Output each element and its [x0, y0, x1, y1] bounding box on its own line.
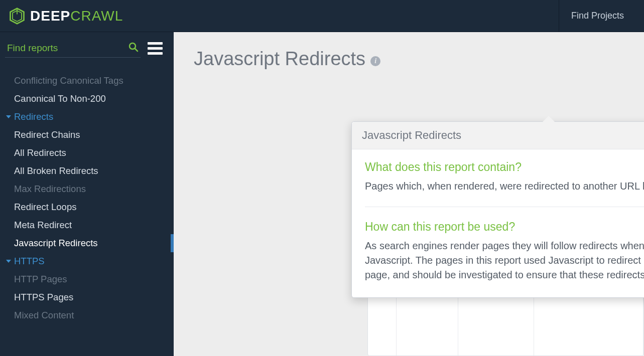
search-icon[interactable]	[128, 42, 139, 54]
logo-text: DEEPCRAWL	[30, 8, 123, 24]
main-content: Javascript Redirects i RIPT REDIRECTS Ja…	[174, 32, 644, 356]
nav-item[interactable]: Canonical To Non-200	[0, 90, 174, 108]
nav-item[interactable]: Max Redirections	[0, 180, 174, 198]
nav-list: Conflicting Canonical TagsCanonical To N…	[0, 64, 174, 324]
nav-group[interactable]: HTTPS	[0, 252, 174, 270]
chevron-down-icon	[6, 260, 11, 263]
find-reports-wrap	[5, 39, 141, 58]
nav-item[interactable]: Javascript Redirects	[0, 234, 174, 252]
nav-item[interactable]: Conflicting Canonical Tags	[0, 72, 174, 90]
sidebar: Conflicting Canonical TagsCanonical To N…	[0, 32, 174, 356]
find-projects-link[interactable]: Find Projects	[571, 11, 624, 21]
answer-use: As search engines render pages they will…	[365, 239, 644, 282]
nav-group[interactable]: Redirects	[0, 108, 174, 126]
nav-item[interactable]: HTTPS Pages	[0, 288, 174, 306]
info-icon[interactable]: i	[370, 56, 380, 66]
nav-group-label: HTTPS	[14, 256, 45, 267]
nav-group-label: Redirects	[14, 111, 53, 122]
svg-line-4	[135, 49, 138, 51]
hamburger-icon[interactable]	[146, 38, 165, 59]
page-title: Javascript Redirects	[194, 48, 365, 70]
header-right: Find Projects	[559, 0, 636, 32]
nav-item[interactable]: HTTP Pages	[0, 270, 174, 288]
nav-item[interactable]: Meta Redirect	[0, 216, 174, 234]
nav-item[interactable]: Redirect Chains	[0, 126, 174, 144]
logo[interactable]: DEEPCRAWL	[8, 7, 123, 25]
nav-item[interactable]: All Redirects	[0, 144, 174, 162]
nav-item[interactable]: Mixed Content	[0, 306, 174, 324]
sidebar-top	[0, 32, 174, 64]
app-header: DEEPCRAWL Find Projects	[0, 0, 644, 32]
nav-item[interactable]: Redirect Loops	[0, 198, 174, 216]
question-use: How can this report be used?	[365, 220, 644, 234]
page-title-row: Javascript Redirects i	[194, 48, 644, 70]
nav-item[interactable]: All Broken Redirects	[0, 162, 174, 180]
chevron-down-icon	[6, 115, 11, 118]
answer-contains: Pages which, when rendered, were redirec…	[365, 179, 644, 194]
popover-title: Javascript Redirects	[352, 122, 644, 149]
divider	[365, 207, 644, 207]
info-popover: Javascript Redirects What does this repo…	[351, 121, 644, 298]
popover-pointer	[543, 116, 555, 122]
logo-icon	[8, 7, 26, 25]
question-contains: What does this report contain?	[365, 160, 644, 174]
search-input[interactable]	[7, 43, 128, 54]
